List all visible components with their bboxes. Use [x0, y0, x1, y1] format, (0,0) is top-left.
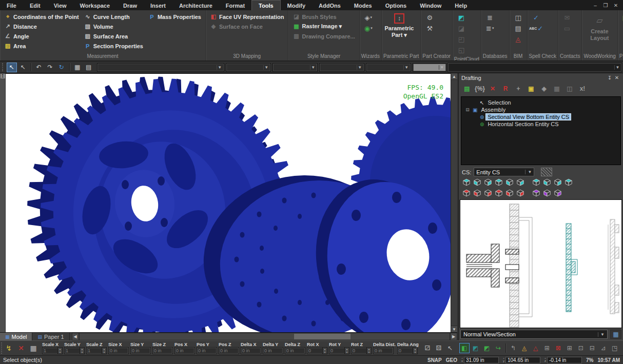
view-mode-combo[interactable]: Normal View/Section ▼: [460, 330, 608, 339]
section-cube-icon-5[interactable]: [505, 189, 514, 197]
distance-button[interactable]: ↗Distance: [3, 22, 81, 31]
spinner[interactable]: ▲▼: [80, 348, 84, 354]
xref-icon[interactable]: x!: [577, 84, 588, 94]
section-cube-icon-8[interactable]: [542, 189, 552, 197]
pin-icon[interactable]: ↧: [606, 75, 613, 80]
new-sheet-icon[interactable]: ▤: [461, 84, 473, 94]
field-input-delta-y[interactable]: 0 in: [263, 347, 283, 354]
snap-tool-icon[interactable]: ↯: [3, 342, 14, 354]
hidden-style-icon[interactable]: ◩: [482, 343, 492, 353]
spinner[interactable]: ▲▼: [57, 348, 62, 354]
lineweight-combo[interactable]: ▼: [319, 63, 364, 72]
command-combo[interactable]: ▼: [447, 63, 622, 72]
vertical-scrollbar[interactable]: ▲ ▼: [451, 73, 457, 332]
raster-image-button[interactable]: ▦Raster Image ▾: [291, 22, 356, 31]
coordinates-of-the-point-button[interactable]: ⌖Coordinates of the Point: [3, 12, 81, 22]
tab-model[interactable]: ▦Model: [0, 333, 32, 340]
tree-item-assembly[interactable]: ⊟▣Assembly: [462, 106, 619, 113]
dock-arrow-icon[interactable]: ↥: [1, 74, 5, 78]
table-icon[interactable]: ▦: [72, 63, 83, 72]
section-cube-icon-1[interactable]: [462, 189, 471, 197]
menu-modify[interactable]: Modify: [281, 0, 312, 10]
view-cube-icon-8[interactable]: [542, 178, 552, 187]
surface-area-button[interactable]: ▨Surface Area: [83, 31, 145, 41]
view-cube-icon-4[interactable]: [494, 178, 503, 187]
cs-combo[interactable]: Entity CS ▼: [474, 168, 534, 176]
angle-button[interactable]: ∠Angle: [3, 31, 81, 41]
undo-icon[interactable]: ↶: [34, 63, 44, 72]
field-input-delta-ang[interactable]: 0▲▼: [397, 347, 418, 354]
field-input-size-y[interactable]: 0 in: [130, 347, 151, 354]
field-input-size-z[interactable]: 0 in: [152, 347, 173, 354]
redline-icon[interactable]: R: [500, 84, 511, 94]
warning-icon[interactable]: △: [531, 343, 541, 353]
material-combo[interactable]: ▼: [413, 63, 446, 72]
section-cube-icon-2[interactable]: [473, 189, 482, 197]
tree-item-horizontal-section-entity-cs[interactable]: ⊜Horizontal Section Entity CS: [462, 120, 619, 128]
add-view-icon[interactable]: +: [513, 84, 524, 94]
move-tool-icon[interactable]: ⊡: [576, 343, 586, 353]
orbit-icon[interactable]: ↻: [56, 63, 67, 72]
area-button[interactable]: ▨Area: [3, 41, 81, 51]
close-button[interactable]: ✕: [612, 2, 620, 9]
linetype-combo[interactable]: ▼: [272, 63, 318, 72]
part-settings-icon[interactable]: ⚙: [423, 12, 436, 23]
section-cube-icon-7[interactable]: [532, 189, 541, 197]
wizard-icon[interactable]: ◈▾: [362, 12, 375, 23]
tree-item-sectional-view-bottom-entity-cs[interactable]: ⊜Sectional View Bottom Entity CS: [462, 113, 619, 120]
toolbar-grip[interactable]: [2, 63, 5, 71]
spinner[interactable]: ▲▼: [413, 348, 417, 354]
cursor-mod-icon[interactable]: ↖: [445, 343, 455, 353]
database-icon-1[interactable]: ≣: [484, 12, 496, 23]
menu-draw[interactable]: Draw: [116, 0, 144, 10]
spinner[interactable]: ▲▼: [102, 348, 106, 354]
field-input-scale-z[interactable]: 1▲▼: [86, 347, 107, 354]
update-views-icon[interactable]: {%}: [474, 84, 485, 94]
menu-architecture[interactable]: Architecture: [172, 0, 219, 10]
print-icon[interactable]: ▤: [84, 63, 94, 72]
restore-button[interactable]: ❐: [601, 2, 610, 9]
menu-insert[interactable]: Insert: [144, 0, 172, 10]
visual-style-icon[interactable]: ◧: [459, 343, 470, 353]
mirror-tool-icon[interactable]: ⊿: [598, 343, 609, 353]
field-input-delta-dist[interactable]: 0 in: [373, 347, 394, 354]
field-input-pos-y[interactable]: 0 in: [197, 347, 217, 354]
menu-file[interactable]: File: [0, 0, 23, 10]
bim-components-icon[interactable]: ◫: [512, 12, 524, 23]
view-cube-icon-5[interactable]: [505, 178, 514, 187]
select-icon[interactable]: ↖: [7, 63, 17, 72]
spinner[interactable]: ▲▼: [322, 348, 327, 354]
field-input-rot-y[interactable]: 0▲▼: [329, 347, 349, 354]
menu-options[interactable]: Options: [379, 0, 414, 10]
scroll-down-icon[interactable]: ▼: [451, 326, 457, 332]
tree-expander-icon[interactable]: ⊟: [464, 107, 471, 112]
close-icon[interactable]: ✕: [613, 75, 620, 80]
align-tool-icon[interactable]: ∔: [621, 343, 623, 353]
view-cube-icon-6[interactable]: [516, 178, 525, 187]
scroll-up-icon[interactable]: ▲: [451, 73, 457, 80]
tab-paper-1[interactable]: ▤Paper 1: [32, 333, 69, 340]
left-dock-strip[interactable]: ↥: [0, 73, 6, 332]
constraint-icon[interactable]: ↰: [508, 343, 518, 353]
structure-icon[interactable]: ⊞: [542, 343, 552, 353]
menu-view[interactable]: View: [47, 0, 73, 10]
mass-properties-button[interactable]: PMass Properties: [147, 12, 203, 22]
snap-toggle[interactable]: SNAP: [427, 357, 442, 363]
field-input-pos-x[interactable]: 0 in: [174, 347, 195, 354]
tree-item-selection[interactable]: ↖Selection: [462, 99, 619, 106]
spinner[interactable]: ▲▼: [344, 348, 349, 354]
palettes-icon[interactable]: ▨▾: [620, 12, 623, 23]
view-settings-icon[interactable]: ▦: [610, 330, 621, 339]
menu-modes[interactable]: Modes: [347, 0, 379, 10]
curve-length-button[interactable]: ∿Curve Length: [83, 12, 145, 22]
field-input-rot-z[interactable]: 0▲▼: [351, 347, 372, 354]
spinner[interactable]: ▲▼: [366, 348, 371, 354]
toolbar-grip[interactable]: [1, 342, 2, 354]
grid-table-icon[interactable]: ▦: [28, 342, 39, 354]
gear-assembly-model[interactable]: [6, 74, 451, 332]
materials-wizard-icon[interactable]: ◉▾: [362, 23, 375, 33]
edge-style-icon[interactable]: ↪: [493, 343, 503, 353]
scroll-right-icon[interactable]: ▶: [450, 333, 457, 340]
grid-snap-icon[interactable]: ⊞: [564, 343, 575, 353]
field-input-scale-x[interactable]: 1▲▼: [42, 347, 63, 354]
